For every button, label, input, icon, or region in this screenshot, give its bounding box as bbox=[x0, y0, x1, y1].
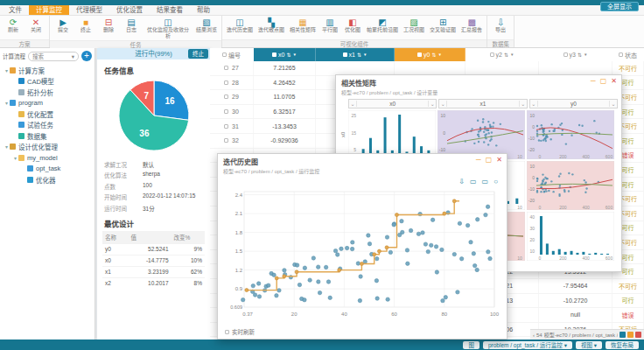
checkbox-icon[interactable] bbox=[225, 330, 229, 334]
ribbon-tab-4[interactable]: 结果查看 bbox=[150, 5, 190, 15]
select-all-checkbox[interactable] bbox=[272, 52, 276, 57]
sort-icon[interactable]: ⇅ bbox=[286, 52, 290, 58]
ribbon-tab-3[interactable]: 优化设置 bbox=[109, 5, 150, 15]
ribbon-button-优化图[interactable]: ◧优化图 bbox=[341, 17, 364, 38]
bottombar-button-3[interactable]: 恢复布局 bbox=[606, 341, 639, 349]
select-all-checkbox[interactable] bbox=[619, 52, 623, 57]
matrix-cell-2-2[interactable]: 403020100200400600 bbox=[527, 212, 614, 261]
filter-icon[interactable]: ▼ bbox=[510, 52, 514, 57]
select-all-checkbox[interactable] bbox=[564, 52, 568, 57]
matrix-col-header-x1[interactable]: ⌄x1⌄ bbox=[438, 99, 527, 108]
matrix-col-header-y0[interactable]: ⌄y0⌄ bbox=[529, 99, 618, 108]
maximize-icon[interactable]: ▢ bbox=[600, 78, 607, 85]
tree-item-计算方案[interactable]: ▾计算方案 bbox=[0, 65, 94, 76]
tree-item-CAD模型[interactable]: CAD模型 bbox=[0, 76, 94, 88]
restore-window-icon[interactable] bbox=[627, 332, 634, 338]
tree-item-优化配置[interactable]: 优化配置 bbox=[0, 108, 94, 120]
add-node-button[interactable]: + bbox=[81, 51, 92, 61]
filter-icon[interactable]: ▼ bbox=[584, 52, 587, 57]
sort-icon[interactable]: ⇅ bbox=[431, 52, 436, 58]
pan-box-icon[interactable]: ▭ bbox=[482, 178, 489, 186]
row-checkbox[interactable] bbox=[224, 80, 228, 85]
column-header-y2[interactable]: y2⇅▼ bbox=[466, 48, 539, 61]
chevron-down-icon[interactable]: ⌄ bbox=[349, 101, 357, 107]
tree-item-拓扑分析[interactable]: 拓扑分析 bbox=[0, 87, 94, 98]
matrix-cell-0-1[interactable]: 100-10-10010 bbox=[438, 110, 525, 159]
chevron-down-icon[interactable]: ⌄ bbox=[530, 101, 538, 107]
minimize-icon[interactable]: ─ bbox=[476, 157, 481, 164]
matrix-cell-0-0[interactable]: 25155-10010 bbox=[348, 110, 436, 159]
chevron-down-icon[interactable]: ⌄ bbox=[439, 101, 447, 107]
bottombar-button-2[interactable]: 视图 ▾ bbox=[576, 341, 602, 349]
ribbon-button-交叉验证图[interactable]: ⊞交叉验证图 bbox=[427, 17, 458, 38]
column-header-编号[interactable]: 编号 bbox=[210, 48, 254, 61]
select-all-checkbox[interactable] bbox=[490, 52, 494, 57]
select-all-checkbox[interactable] bbox=[343, 52, 347, 57]
tree-item-试验任务[interactable]: 试验任务 bbox=[0, 120, 94, 131]
maximize-icon[interactable]: ▢ bbox=[486, 157, 493, 164]
minimize-icon[interactable]: ─ bbox=[591, 78, 596, 85]
row-checkbox[interactable] bbox=[224, 66, 228, 70]
download-icon[interactable]: ⇩ bbox=[458, 178, 465, 186]
ribbon-tab-2[interactable]: 代理模型 bbox=[69, 5, 109, 15]
row-checkbox[interactable] bbox=[224, 109, 228, 114]
ribbon-button-删除[interactable]: ⊟删除 bbox=[97, 17, 120, 39]
filter-icon[interactable]: ▼ bbox=[363, 52, 367, 57]
fullscreen-button[interactable]: 全屏显示 bbox=[600, 2, 639, 11]
refresh-checkbox-row[interactable]: 实时刷新 bbox=[225, 327, 255, 336]
close-icon[interactable]: ✕ bbox=[611, 78, 617, 85]
tree-item-program[interactable]: ▾program bbox=[0, 98, 94, 109]
ribbon-button-工况视图[interactable]: ▨工况视图 bbox=[401, 17, 427, 38]
matrix-col-header-x0[interactable]: ⌄x0⌄ bbox=[348, 99, 437, 108]
filter-icon[interactable]: ▼ bbox=[438, 52, 441, 57]
ribbon-button-相关性矩阵[interactable]: ▦相关性矩阵 bbox=[287, 17, 318, 38]
matrix-cell-0-2[interactable]: 100-10-200200400600 bbox=[527, 110, 614, 159]
sort-icon[interactable]: ⇅ bbox=[578, 52, 582, 58]
expand-arrow-icon[interactable]: ▾ bbox=[4, 67, 10, 74]
tree-item-my_model[interactable]: ▾my_model bbox=[0, 152, 94, 164]
tree-search-select[interactable]: 搜索 ▾ bbox=[28, 52, 79, 61]
chevron-down-icon[interactable]: ⌄ bbox=[519, 101, 527, 107]
column-header-y3[interactable]: y3⇅▼ bbox=[539, 48, 612, 61]
zoom-box-icon[interactable]: ▭ bbox=[470, 178, 477, 186]
row-checkbox[interactable] bbox=[224, 94, 228, 99]
ribbon-tab-0[interactable]: 文件 bbox=[2, 5, 29, 15]
row-checkbox[interactable] bbox=[224, 138, 228, 143]
ribbon-button-终止[interactable]: ■终止 bbox=[74, 17, 97, 39]
ribbon-button-优化监控及收敛分析[interactable]: ◫优化监控及收敛分析 bbox=[143, 17, 193, 39]
ribbon-tab-5[interactable]: 帮助 bbox=[190, 5, 217, 15]
tree-item-设计优化管理[interactable]: ▾设计优化管理 bbox=[0, 142, 94, 153]
expand-arrow-icon[interactable]: ▾ bbox=[12, 155, 18, 161]
tree-item-opt_task[interactable]: opt_task bbox=[0, 164, 94, 175]
ribbon-button-帕累托前沿图[interactable]: ◩帕累托前沿图 bbox=[364, 17, 401, 38]
close-window-icon[interactable] bbox=[635, 332, 641, 338]
ribbon-button-结果浏览[interactable]: ▧结果浏览 bbox=[193, 17, 220, 39]
tree-item-数据集[interactable]: 数据集 bbox=[0, 130, 94, 142]
reset-view-icon[interactable]: ○ bbox=[494, 178, 498, 186]
select-all-checkbox[interactable] bbox=[222, 52, 227, 57]
ribbon-button-迭代历史图[interactable]: ◫迭代历史图 bbox=[224, 17, 256, 38]
expand-arrow-icon[interactable]: ▾ bbox=[4, 100, 10, 106]
mdi-tabstrip[interactable]: ‹ 54 模型-ec70 / problem / opt_task / 运行监控 bbox=[530, 329, 644, 340]
chevron-down-icon[interactable]: ⌄ bbox=[428, 101, 436, 107]
tab-prev-icon[interactable]: ‹ bbox=[533, 332, 535, 338]
ribbon-button-刷新[interactable]: ⟳刷新 bbox=[2, 17, 24, 38]
close-icon[interactable]: ✕ bbox=[496, 157, 502, 164]
filter-icon[interactable]: ▼ bbox=[292, 52, 296, 57]
minimize-window-icon[interactable] bbox=[620, 332, 626, 338]
column-header-x0[interactable]: x0⇅▼ bbox=[254, 48, 316, 61]
column-header-y0[interactable]: y0⇅▼ bbox=[395, 48, 466, 61]
column-header-状态[interactable]: 状态 bbox=[612, 48, 644, 61]
tree-item-优化器[interactable]: 优化器 bbox=[0, 174, 94, 186]
sort-icon[interactable]: ⇅ bbox=[504, 52, 508, 58]
column-header-x1[interactable]: x1⇅▼ bbox=[316, 48, 395, 61]
ribbon-button-汇总报告[interactable]: ▩汇总报告 bbox=[458, 17, 485, 38]
select-all-checkbox[interactable] bbox=[417, 52, 422, 57]
ribbon-button-导出[interactable]: ⇩导出 bbox=[489, 17, 512, 38]
ribbon-button-日志[interactable]: ▤日志 bbox=[120, 17, 143, 39]
task-action-button[interactable]: 终止 bbox=[188, 49, 208, 59]
ribbon-button-关闭[interactable]: ✕关闭 bbox=[24, 17, 47, 38]
ribbon-button-提交[interactable]: ▶提交 bbox=[52, 17, 74, 39]
ribbon-tab-1[interactable]: 计算监控 bbox=[29, 5, 69, 15]
chevron-down-icon[interactable]: ⌄ bbox=[609, 101, 617, 107]
